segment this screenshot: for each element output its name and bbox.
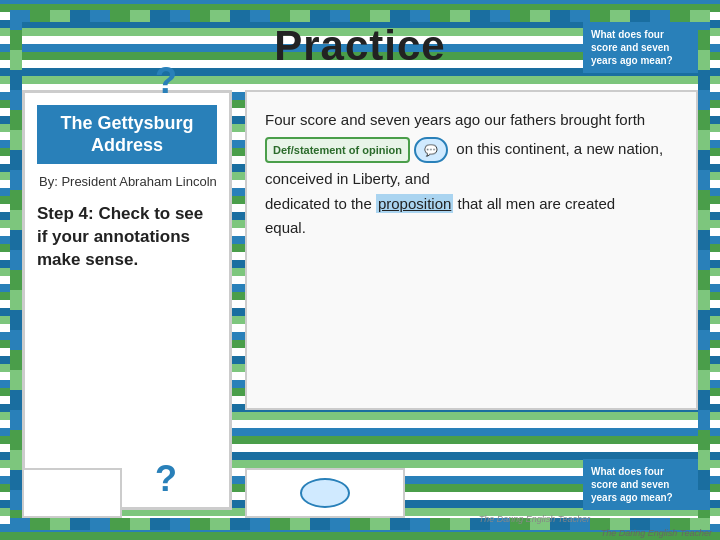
question-card-top-right: What does four score and seven years ago…: [583, 22, 698, 73]
left-stripe-decoration: [10, 10, 22, 530]
passage-paragraph: Four score and seven years ago our fathe…: [265, 108, 678, 241]
document-title-box: The Gettysburg Address: [37, 105, 217, 164]
branding-inside: The Daring English Teacher: [479, 514, 590, 524]
question-card-tr-line3: years ago mean?: [591, 55, 673, 66]
document-author: By: President Abraham Lincoln: [37, 174, 217, 189]
question-card-tr-line1: What does four: [591, 29, 664, 40]
underlined-word: proposition: [376, 194, 453, 213]
right-stripe-decoration: [698, 10, 710, 530]
left-document-panel: The Gettysburg Address By: President Abr…: [22, 90, 232, 510]
document-title: The Gettysburg Address: [60, 113, 193, 155]
question-card-bottom-right: What does four score and seven years ago…: [583, 459, 698, 510]
step-instruction: Step 4: Check to see if your annotations…: [37, 203, 217, 272]
branding-footer: The Daring English Teacher: [601, 528, 712, 538]
question-card-br-line3: years ago mean?: [591, 492, 673, 503]
passage-line3b: that all men are created: [458, 195, 616, 212]
top-stripe-bar: [10, 10, 710, 22]
passage-panel: Four score and seven years ago our fathe…: [245, 90, 698, 410]
question-mark-left-top: ?: [155, 60, 177, 102]
question-card-tr-line2: score and seven: [591, 42, 669, 53]
passage-line4: equal.: [265, 219, 306, 236]
question-card-br-line2: score and seven: [591, 479, 669, 490]
annotation-label: Def/statement of opinion: [265, 137, 410, 163]
question-mark-left-bottom: ?: [155, 458, 177, 500]
speech-bubble-bottom: [300, 478, 350, 508]
bottom-card-left: [22, 468, 122, 518]
passage-line3a: dedicated to the: [265, 195, 372, 212]
passage-line1: Four score and seven years ago our fathe…: [265, 111, 645, 128]
page-title-area: Practice: [210, 22, 510, 70]
question-card-br-line1: What does four: [591, 466, 664, 477]
page-title: Practice: [274, 22, 445, 69]
definition-bubble: 💬: [414, 137, 448, 163]
bottom-card-mid: [245, 468, 405, 518]
